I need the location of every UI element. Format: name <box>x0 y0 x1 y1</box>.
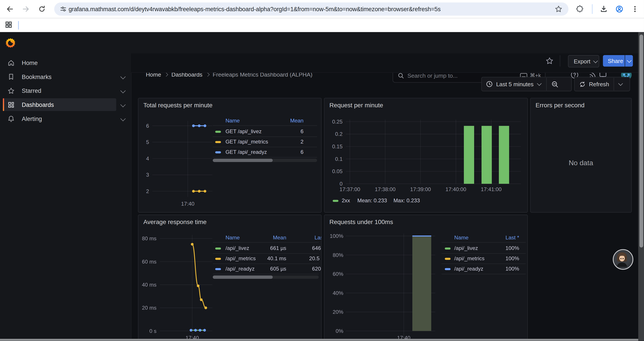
panel-total-requests: Total requests per minute 6543217:40 Nam… <box>138 98 322 213</box>
sidebar-item-home[interactable]: Home <box>3 56 116 69</box>
legend-column-header[interactable]: Last * <box>213 234 322 241</box>
refresh-button[interactable]: Refresh <box>574 77 630 91</box>
svg-text:20%: 20% <box>333 309 344 315</box>
legend-table: NameMeanLast */api/_livez661 µs646 µs/ap… <box>213 233 319 282</box>
svg-text:20 ms: 20 ms <box>142 305 156 311</box>
svg-text:17:40: 17:40 <box>181 201 194 207</box>
download-icon[interactable] <box>600 5 608 13</box>
legend-stat-mean: Mean: 0.233 <box>357 197 387 203</box>
legend-divider <box>442 242 526 243</box>
legend-value: 6 <box>213 128 304 135</box>
screen: grafana.mathmast.com/d/deytv4rwavabkb/fr… <box>0 0 644 341</box>
legend-stat-max: Max: 0.233 <box>394 197 420 203</box>
sidebar-item-label: Starred <box>22 87 41 94</box>
zoom-out-icon[interactable] <box>551 80 559 88</box>
svg-text:3: 3 <box>146 172 149 178</box>
bell-icon <box>8 115 15 122</box>
svg-text:0.2: 0.2 <box>335 131 342 137</box>
reload-icon[interactable] <box>38 5 46 13</box>
svg-text:40 ms: 40 ms <box>142 282 156 288</box>
sidebar-item-alerting[interactable]: Alerting <box>3 112 116 125</box>
svg-text:17:39:00: 17:39:00 <box>410 186 431 192</box>
svg-text:0.1: 0.1 <box>335 156 342 162</box>
chevron-down-icon[interactable] <box>120 88 126 93</box>
star-icon <box>8 87 15 94</box>
page-scrollbar-thumb[interactable] <box>639 35 643 247</box>
sidebar-item-bookmarks[interactable]: Bookmarks <box>3 70 116 83</box>
extensions-icon[interactable] <box>576 5 584 13</box>
time-range-label: Last 5 minutes <box>496 81 534 87</box>
legend-value: 646 µs <box>213 245 322 252</box>
svg-text:80 ms: 80 ms <box>142 235 156 241</box>
breadcrumb-separator-icon <box>206 72 210 77</box>
dashboard-toolbar: Export Share <box>131 54 644 73</box>
svg-text:0 s: 0 s <box>149 328 156 334</box>
search-icon <box>398 72 404 79</box>
share-dropdown-button[interactable] <box>625 55 633 67</box>
toolbar-separator <box>560 55 560 67</box>
legend-value: 2 <box>213 138 304 145</box>
legend-column-header[interactable]: Mean <box>213 118 304 124</box>
chart-legend: 2xx Mean: 0.233 Max: 0.233 <box>324 197 522 205</box>
legend-table: NameMeanGET /api/_livez6GET /api/_metric… <box>213 116 317 166</box>
series-color-pill <box>333 200 338 202</box>
sidebar-item-label: Alerting <box>22 115 42 122</box>
favorite-star-icon[interactable] <box>545 57 554 65</box>
legend-series-name[interactable]: 2xx <box>342 197 350 203</box>
url-bar[interactable]: grafana.mathmast.com/d/deytv4rwavabkb/fr… <box>54 3 568 16</box>
grafana-logo[interactable] <box>5 38 16 49</box>
assistant-avatar-image <box>614 250 630 267</box>
share-button[interactable]: Share <box>603 55 625 67</box>
legend-table: NameLast */api/_livez100%/api/_metrics10… <box>442 233 526 282</box>
sidebar-item-label: Dashboards <box>22 101 54 108</box>
chevron-down-icon[interactable] <box>120 116 126 121</box>
grafana-header: Grafana Home Dashboards Freeleaps Metric… <box>0 32 644 54</box>
legend-column-header[interactable]: Last * <box>442 234 519 241</box>
svg-text:0.05: 0.05 <box>332 168 342 174</box>
sidebar-item-label: Home <box>22 60 38 66</box>
profile-icon[interactable] <box>615 5 624 13</box>
active-accent-bar <box>3 98 4 111</box>
url-text[interactable]: grafana.mathmast.com/d/deytv4rwavabkb/fr… <box>68 6 440 12</box>
time-range-picker[interactable]: Last 5 minutes <box>481 77 572 91</box>
export-button[interactable]: Export <box>568 55 599 67</box>
no-data-message: No data <box>531 159 631 167</box>
svg-text:60 ms: 60 ms <box>142 259 156 265</box>
home-icon <box>8 59 15 67</box>
forward-icon[interactable] <box>22 5 30 13</box>
panel-request-per-minute: Request per minute 0.250.20.150.10.05017… <box>324 98 528 213</box>
chevron-down-icon[interactable] <box>120 74 126 80</box>
assistant-avatar[interactable] <box>613 249 634 270</box>
svg-text:60%: 60% <box>333 271 344 277</box>
svg-text:80%: 80% <box>333 252 344 258</box>
menu-kebab-icon[interactable] <box>631 5 639 13</box>
apps-grid-icon[interactable] <box>5 21 12 29</box>
chevron-down-icon[interactable] <box>120 102 126 107</box>
page-hscrollbar[interactable] <box>0 339 638 341</box>
sidebar-item-starred[interactable]: Starred <box>3 84 116 97</box>
legend-hscrollbar[interactable] <box>213 275 319 279</box>
legend-divider <box>213 253 319 254</box>
legend-value: 620 µs <box>213 265 322 272</box>
legend-divider <box>213 157 317 158</box>
panel-average-response-time: Average response time 80 ms60 ms40 ms20 … <box>138 215 322 341</box>
svg-text:17:37:00: 17:37:00 <box>340 186 360 192</box>
panel-title[interactable]: Errors per second <box>536 102 584 109</box>
svg-text:17:38:00: 17:38:00 <box>375 186 396 192</box>
site-settings-icon[interactable] <box>59 5 67 13</box>
svg-text:4: 4 <box>146 156 149 162</box>
svg-text:17:41:00: 17:41:00 <box>481 186 502 192</box>
back-icon[interactable] <box>6 5 14 13</box>
svg-text:17:40:00: 17:40:00 <box>446 186 466 192</box>
legend-value: 100% <box>442 245 519 252</box>
legend-hscrollbar[interactable] <box>213 159 317 162</box>
bookmarks-separator <box>18 21 19 30</box>
sidebar-item-dashboards[interactable]: Dashboards <box>3 98 116 111</box>
grid-icon <box>8 101 15 108</box>
legend-value: 100% <box>442 265 519 272</box>
legend-divider <box>213 137 317 137</box>
legend-divider <box>213 263 319 264</box>
browser-toolbar: grafana.mathmast.com/d/deytv4rwavabkb/fr… <box>0 0 644 18</box>
bookmark-star-icon[interactable] <box>554 5 563 13</box>
refresh-interval-dropdown[interactable] <box>618 81 623 86</box>
